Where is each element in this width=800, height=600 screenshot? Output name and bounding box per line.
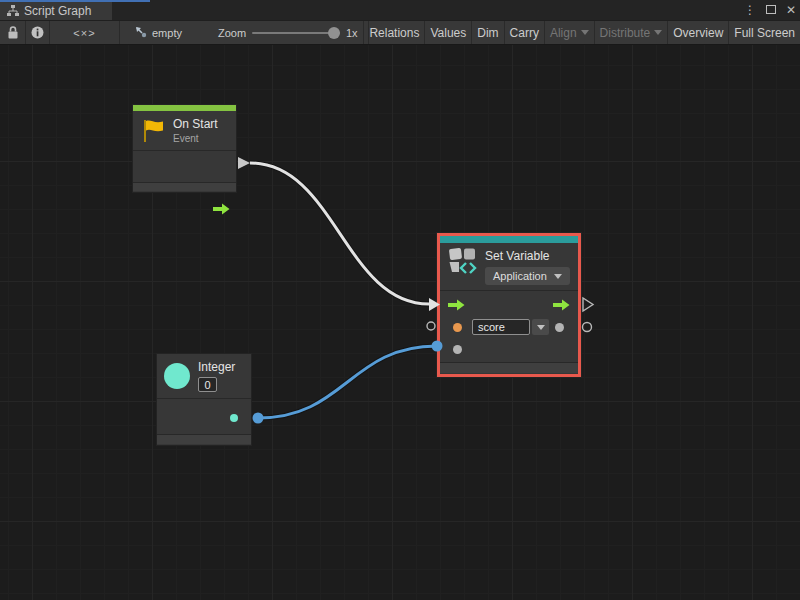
node-integer[interactable]: Integer 0 xyxy=(157,354,251,445)
variable-scope-dropdown[interactable]: Application xyxy=(485,267,570,285)
exec-output-port-icon[interactable] xyxy=(553,299,570,311)
chevron-down-icon xyxy=(581,30,589,35)
close-icon[interactable]: ✕ xyxy=(786,3,796,17)
exec-output-port-icon[interactable] xyxy=(213,203,230,215)
code-preview-button[interactable]: <×> xyxy=(50,21,119,44)
node-footer xyxy=(440,362,578,373)
relations-button[interactable]: Relations xyxy=(363,21,424,44)
value-output-port[interactable] xyxy=(555,323,564,332)
integer-output-port[interactable] xyxy=(230,414,238,422)
zoom-label: Zoom xyxy=(218,21,250,44)
window-menu-icon[interactable]: ⋮ xyxy=(744,3,756,17)
tab-bar: Script Graph ⋮ ✕ xyxy=(0,0,800,20)
values-button[interactable]: Values xyxy=(424,21,471,44)
node-set-variable[interactable]: Set Variable Application score xyxy=(437,233,581,377)
distribute-dropdown-button: Distribute xyxy=(594,21,668,44)
tab-script-graph[interactable]: Script Graph xyxy=(0,2,112,20)
toolbar-toggle-group: Relations Values Dim Carry Align Distrib… xyxy=(363,21,800,44)
code-toggle-icon: <×> xyxy=(73,27,95,39)
zoom-slider-track[interactable] xyxy=(252,32,340,34)
script-graph-icon xyxy=(7,5,19,17)
variable-name-port[interactable] xyxy=(453,323,462,332)
node-title: On Start xyxy=(173,118,218,131)
variables-icon xyxy=(449,247,478,274)
fullscreen-button[interactable]: Full Screen xyxy=(728,21,800,44)
chevron-down-icon xyxy=(537,325,545,330)
graph-pointer-icon xyxy=(133,21,151,44)
overview-button[interactable]: Overview xyxy=(667,21,728,44)
integer-type-icon xyxy=(164,363,190,389)
lock-icon xyxy=(7,26,19,39)
chevron-down-icon xyxy=(654,30,662,35)
node-footer xyxy=(157,434,251,444)
align-dropdown-button: Align xyxy=(544,21,594,44)
zoom-slider-handle[interactable] xyxy=(328,27,340,39)
node-footer xyxy=(133,182,236,191)
exec-input-port-icon[interactable] xyxy=(448,299,465,311)
lock-button[interactable] xyxy=(0,21,25,44)
graph-status-label: empty xyxy=(152,21,186,44)
tab-title: Script Graph xyxy=(24,4,91,18)
graph-toolbar: <×> empty Zoom 1x Relations Values Dim C… xyxy=(0,20,800,45)
variable-header-stripe xyxy=(440,236,578,243)
graph-canvas[interactable] xyxy=(0,45,800,600)
info-button[interactable] xyxy=(26,21,49,44)
variable-name-field[interactable]: score xyxy=(472,319,530,335)
chevron-down-icon xyxy=(554,274,562,279)
integer-value-field[interactable]: 0 xyxy=(198,377,217,392)
node-title: Set Variable xyxy=(485,249,570,263)
maximize-icon[interactable] xyxy=(766,5,776,14)
variable-name-dropdown-button[interactable] xyxy=(532,319,549,335)
node-on-start[interactable]: On Start Event xyxy=(133,105,236,192)
value-input-port[interactable] xyxy=(453,345,462,354)
node-title: Integer xyxy=(198,360,235,374)
carry-button[interactable]: Carry xyxy=(504,21,544,44)
flag-icon xyxy=(141,118,166,144)
dim-button[interactable]: Dim xyxy=(471,21,503,44)
node-subtitle: Event xyxy=(173,133,218,144)
info-icon xyxy=(31,26,44,39)
